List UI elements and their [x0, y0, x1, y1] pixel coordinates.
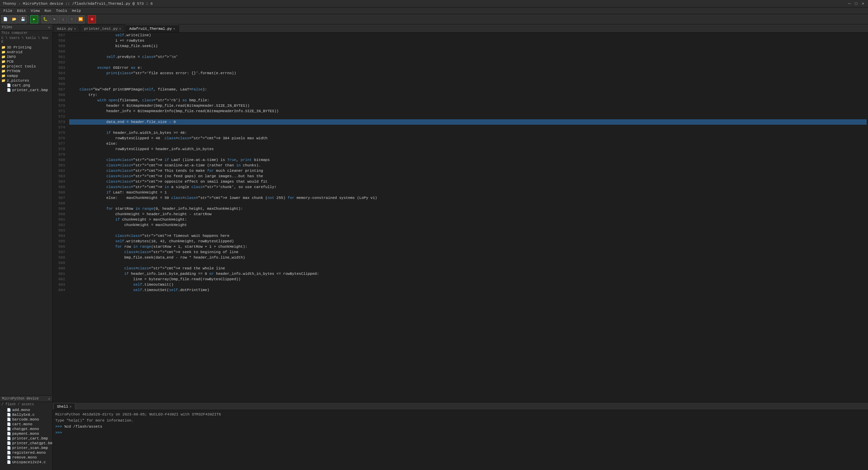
code-content[interactable]: self.write(line) i += rowBytes bitmap_fi… — [68, 33, 868, 402]
code-line-560[interactable] — [69, 49, 867, 54]
folder-info[interactable]: 📁 INFO — [0, 55, 52, 59]
device-file-registered[interactable]: 📄 registered.mono — [0, 450, 52, 455]
device-file-add-mono[interactable]: 📄 add.mono — [0, 408, 52, 412]
folder-android[interactable]: 📁 Android — [0, 50, 52, 55]
folder-3dprinting[interactable]: 📁 3D Printing — [0, 45, 52, 50]
code-line-596[interactable]: for row in range(startRow + 1, startRow … — [69, 244, 867, 249]
tab-main-py[interactable]: main.py ✕ — [53, 25, 80, 32]
code-line-594[interactable]: class=class="str">"cmt"># Timeout wait h… — [69, 233, 867, 239]
code-line-570[interactable]: header = BitmapHeader(bmp_file.read(Bitm… — [69, 103, 867, 108]
menu-item-tools[interactable]: Tools — [54, 8, 69, 13]
code-line-588[interactable] — [69, 201, 867, 206]
device-file-printer-chatgpt[interactable]: 📄 printer_chatgpt.bmp — [0, 441, 52, 446]
menu-item-help[interactable]: Help — [70, 8, 83, 13]
code-line-577[interactable]: else: — [69, 141, 867, 146]
stop-button[interactable]: ⏹ — [88, 15, 96, 23]
device-file-cart-mono[interactable]: 📄 cart.mono — [0, 422, 52, 427]
code-line-603[interactable]: self.timeoutWait() — [69, 282, 867, 287]
code-line-587[interactable]: else: maxChunkHeight = 50 class=class="s… — [69, 195, 867, 201]
code-line-561[interactable]: self.prevByte = class="str">'\n' — [69, 54, 867, 60]
close-button[interactable]: ✕ — [861, 1, 865, 6]
code-line-562[interactable] — [69, 60, 867, 65]
device-file-printer-scan[interactable]: 📄 printer_scan.bmp — [0, 446, 52, 450]
code-line-598[interactable]: bmp_file.seek(data_end - row * header_in… — [69, 255, 867, 260]
window-controls[interactable]: — □ ✕ — [847, 1, 865, 6]
code-line-568[interactable]: try: — [69, 92, 867, 98]
code-editor[interactable]: 5575585595605615625635645655665675685695… — [53, 33, 868, 402]
tab-close-icon[interactable]: ✕ — [119, 27, 121, 31]
menu-item-view[interactable]: View — [29, 8, 42, 13]
code-line-591[interactable]: if chunkHeight > maxChunkHeight: — [69, 217, 867, 222]
code-line-579[interactable] — [69, 152, 867, 157]
code-line-580[interactable]: class=class="str">"cmt"># if LaaT (line-… — [69, 157, 867, 163]
resume-button[interactable]: ⏩ — [77, 15, 85, 23]
code-line-563[interactable]: except OSError as e: — [69, 65, 867, 70]
code-line-567[interactable]: class="kw">def printBMPImage(self, filen… — [69, 87, 867, 92]
code-line-600[interactable]: class=class="str">"cmt"># read the whole… — [69, 266, 867, 271]
device-file-printer-cart[interactable]: 📄 printer_cart.bmp — [0, 436, 52, 441]
file-cart-png[interactable]: 📄 cart.png — [0, 83, 52, 88]
code-line-564[interactable]: print(class="str">'file access error: {}… — [69, 70, 867, 76]
folder-python[interactable]: 📁 PYTHON — [0, 69, 52, 74]
code-line-559[interactable]: bitmap_file.seek(i) — [69, 43, 867, 49]
code-line-557[interactable]: self.write(line) — [69, 33, 867, 38]
code-line-595[interactable]: self.writeBytes(18, 42, chunkHeight, row… — [69, 239, 867, 244]
file-printer-cart-bmp[interactable]: 📄 printer_cart.bmp — [0, 88, 52, 93]
tab-close-icon[interactable]: ✕ — [74, 27, 76, 31]
code-line-601[interactable]: if header_info.last_byte_padding == 0 or… — [69, 271, 867, 277]
device-file-barcode[interactable]: 📄 barcode.mono — [0, 417, 52, 422]
code-line-558[interactable]: i += rowBytes — [69, 38, 867, 43]
code-line-581[interactable]: class=class="str">"cmt"># scanline-at-a-… — [69, 163, 867, 168]
device-file-payment[interactable]: 📄 payment.mono — [0, 431, 52, 436]
tab-adafruit-thermal[interactable]: Adafruit_Thermal.py ✕ — [125, 25, 179, 32]
code-line-572[interactable] — [69, 114, 867, 119]
tab-close-icon[interactable]: ✕ — [173, 27, 175, 31]
new-file-button[interactable]: 📄 — [1, 15, 9, 23]
device-panel-close[interactable]: ✕ — [48, 397, 50, 401]
code-line-575[interactable]: if header_info.width_in_bytes >= 48: — [69, 130, 867, 136]
step-over-button[interactable]: ↷ — [50, 15, 58, 23]
device-file-unispace[interactable]: 📄 Unispace12x24.c — [0, 460, 52, 465]
device-file-remove[interactable]: 📄 remove.mono — [0, 455, 52, 460]
folder-z-pictures[interactable]: 📁 z_pictures — [0, 78, 52, 83]
debug-button[interactable]: 🐛 — [41, 15, 50, 23]
shell-tab-close[interactable]: ✕ — [70, 405, 72, 409]
code-line-583[interactable]: class=class="str">"cmt"># (no feed gaps)… — [69, 173, 867, 179]
folder-pcb[interactable]: 📁 PCB — [0, 59, 52, 64]
run-button[interactable]: ▶ — [30, 15, 38, 23]
code-line-582[interactable]: class=class="str">"cmt"># This tends to … — [69, 168, 867, 173]
code-line-584[interactable]: class=class="str">"cmt"># opposite effec… — [69, 179, 867, 184]
code-line-565[interactable] — [69, 76, 867, 81]
step-into-button[interactable]: ↓ — [59, 15, 67, 23]
menu-item-file[interactable]: File — [1, 8, 14, 13]
code-line-593[interactable] — [69, 228, 867, 233]
save-button[interactable]: 💾 — [19, 15, 27, 23]
code-line-571[interactable]: header_info = BitmapHeaderInfo(bmp_file.… — [69, 108, 867, 114]
minimize-button[interactable]: — — [847, 1, 852, 6]
device-file-chatgpt[interactable]: 📄 chatgpt.mono — [0, 427, 52, 431]
code-line-602[interactable]: line = bytearray(bmp_file.read(rowBytesC… — [69, 277, 867, 282]
folder-xampp[interactable]: 📁 xampp — [0, 74, 52, 78]
maximize-button[interactable]: □ — [854, 1, 859, 6]
code-line-569[interactable]: with open(filename, class="str">'rb') as… — [69, 98, 867, 103]
code-line-592[interactable]: chunkHeight = maxChunkHeight — [69, 222, 867, 228]
code-line-589[interactable]: for startRow in range(0, header_info.hei… — [69, 206, 867, 211]
code-line-578[interactable]: rowBytesClipped = header_info.width_in_b… — [69, 146, 867, 152]
open-button[interactable]: 📂 — [10, 15, 18, 23]
code-line-585[interactable]: class=class="str">"cmt"># in a single cl… — [69, 184, 867, 190]
device-file-ballys[interactable]: 📄 BallySx8.c — [0, 412, 52, 417]
tab-printer-test[interactable]: printer_test.py ✕ — [80, 25, 125, 32]
shell-tab[interactable]: Shell ✕ — [53, 403, 75, 410]
menu-item-run[interactable]: Run — [42, 8, 53, 13]
step-out-button[interactable]: ↑ — [68, 15, 76, 23]
code-line-590[interactable]: chunkHeight = header_info.height - start… — [69, 211, 867, 217]
files-panel-close[interactable]: ✕ — [48, 25, 50, 29]
shell-line-4[interactable]: >>> — [55, 430, 865, 436]
shell-content[interactable]: MicroPython 461da528-dirty on 2023-08-05… — [53, 410, 868, 470]
code-line-604[interactable]: self.timeoutSet(self.dotPrintTime) — [69, 287, 867, 293]
code-line-576[interactable]: rowBytesClipped = 48 class=class="str">"… — [69, 136, 867, 141]
code-line-586[interactable]: if LaaT: maxChunkHeight = 1 — [69, 190, 867, 195]
folder-project-tools[interactable]: 📁 project tools — [0, 64, 52, 69]
code-line-599[interactable] — [69, 260, 867, 266]
menu-item-edit[interactable]: Edit — [15, 8, 28, 13]
